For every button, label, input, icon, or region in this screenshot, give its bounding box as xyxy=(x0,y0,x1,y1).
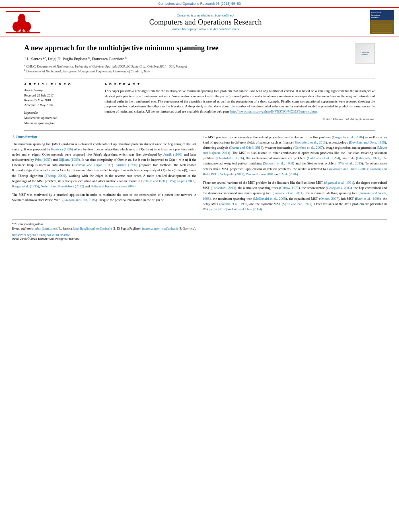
svg-text:Computers &: Computers & xyxy=(371,12,381,14)
right-paragraph-1: the MST problem, some interesting theore… xyxy=(203,135,387,177)
email-luigi[interactable]: luigi.dipugliapugliese@unical.it xyxy=(73,227,112,230)
introduction-heading: 1. Introduction xyxy=(12,135,196,139)
ref-wei[interactable]: Wei et al., 2015 xyxy=(339,161,362,165)
check-updates-badge: Check for updates xyxy=(351,43,375,64)
ref-wu-chao-2[interactable]: Wu and Chao (2004) xyxy=(233,207,262,211)
ref-salama[interactable]: Salama et al., 1997 xyxy=(220,202,247,206)
homepage-link[interactable]: www.elsevier.com/locate/cor xyxy=(199,27,239,31)
corresponding-author-note: * * Corresponding author xyxy=(12,222,387,226)
svg-text:Research: Research xyxy=(371,16,379,18)
keyword-1: Multicriteria optimization xyxy=(24,116,97,121)
svg-text:ELSEVIER: ELSEVIER xyxy=(16,30,30,33)
ref-dasgupta[interactable]: Dasgupta et al., 2006 xyxy=(333,135,363,139)
svg-point-7 xyxy=(18,14,25,23)
article-info: A R T I C L E I N F O Article history: R… xyxy=(24,82,97,126)
ref-graham-hell[interactable]: Graham and Hell (1985) xyxy=(141,179,175,183)
article-info-heading: A R T I C L E I N F O xyxy=(24,82,97,86)
abstract-text: This paper presents a new algorithm for … xyxy=(105,88,375,114)
main-content: 1. Introduction The minimum spanning tre… xyxy=(0,131,399,219)
ref-dijkstra[interactable]: Dijkstra (1959) xyxy=(59,158,80,162)
ref-karger[interactable]: Karger et al. (1995) xyxy=(12,184,39,188)
ref-supowit[interactable]: Supowit et al., 1980 xyxy=(264,161,293,165)
email-francesca[interactable]: francesca.guerriero@unical.it xyxy=(142,227,178,230)
ref-agarwal[interactable]: Agarwal et al., 1991 xyxy=(325,181,353,185)
elsevier-logo: ELSEVIER xyxy=(5,10,41,34)
ref-mcdonald[interactable]: McDonald et al., 2005 xyxy=(254,197,286,201)
ref-bazlamac[interactable]: Bazlamaçc and Hindi (2001) xyxy=(327,167,368,171)
keyword-2: Minimum spanning tree xyxy=(24,121,97,126)
doi-link[interactable]: https://doi.org/10.1016/j.cor.2018.05.00… xyxy=(12,233,70,237)
authors-line: J.L. Santos a,*, Luigi Di Puglia Puglies… xyxy=(24,57,375,61)
journal-cover: Computers & Operations Research xyxy=(370,10,394,34)
ref-edmonds[interactable]: Edmonds, 1971 xyxy=(357,156,379,160)
ref-thorup[interactable]: Thorup, 2000 xyxy=(46,174,65,178)
journal-title: Computers and Operations Research xyxy=(45,18,366,27)
ref-fredman[interactable]: Fredman and Tarjan, 1987 xyxy=(74,163,112,167)
keywords-label: Keywords: xyxy=(24,111,97,115)
journal-title-block: Contents lists available at ScienceDirec… xyxy=(45,14,366,31)
ref-gombos[interactable]: Gombos et al., 2007 xyxy=(294,146,323,150)
doi-section: https://doi.org/10.1016/j.cor.2018.05.00… xyxy=(0,231,399,242)
ref-jarnik[interactable]: Jarník (1930) xyxy=(163,152,182,156)
abstract-section: A B S T R A C T This paper presents a ne… xyxy=(105,82,375,126)
journal-citation: Computers and Operations Research 98 (20… xyxy=(158,2,241,6)
ref-torkestani[interactable]: Torkestani, 2013 xyxy=(212,186,235,190)
ref-gouveia[interactable]: Gouveia et al., 2011 xyxy=(274,191,302,195)
sciencedirect-link[interactable]: ScienceDirect xyxy=(214,14,234,17)
history-revised: Revised 5 May 2018 xyxy=(24,98,97,103)
affiliation-b: b Department of Mechanical, Energy and M… xyxy=(24,69,375,73)
intro-paragraph-1: The minimum spanning tree (MST) problem … xyxy=(12,142,196,189)
ref-georgiadis[interactable]: Georgiadis, 2003 xyxy=(327,186,351,190)
issn-text: 0305-0548/© 2018 Elsevier Ltd. All right… xyxy=(12,237,387,240)
ref-brookfield[interactable]: Brookfield et al., 2013 xyxy=(294,140,325,144)
history-accepted: Accepted 7 May 2018 xyxy=(24,103,97,108)
footnote-section: * * Corresponding author E-mail addresse… xyxy=(12,219,387,231)
ref-wikipedia[interactable]: Wikipedia (2017) xyxy=(220,172,245,176)
ref-zsak[interactable]: Zsak (2006) xyxy=(281,172,298,176)
right-column: the MST problem, some interesting theore… xyxy=(203,135,387,215)
ref-gupta[interactable]: Gupta (2015) xyxy=(177,179,195,183)
ref-duran[interactable]: Duran and Odell, 2013 xyxy=(230,146,262,150)
paper-title: A new approach for the multiobjective mi… xyxy=(24,43,375,53)
journal-header: ELSEVIER Contents lists available at Sci… xyxy=(0,7,399,37)
contents-line: Contents lists available at ScienceDirec… xyxy=(45,14,366,17)
email-santos[interactable]: zeluis@mat.uc.pt xyxy=(35,227,56,230)
ref-wu-chao[interactable]: Wu and Chao (2004) xyxy=(246,172,275,176)
journal-homepage: journal homepage: www.elsevier.com/locat… xyxy=(45,27,366,31)
copyright-notice: © 2018 Elsevier Ltd. All rights reserved… xyxy=(105,117,375,121)
affiliation-a: a CMUC, Department of Mathematics, Unive… xyxy=(24,64,375,68)
ref-oncan[interactable]: Öncan, 2007 xyxy=(320,197,338,201)
left-column: 1. Introduction The minimum spanning tre… xyxy=(12,135,196,215)
ref-wikipedia-2[interactable]: Wikipedia (2017) xyxy=(203,207,227,211)
ref-devillers[interactable]: Devillers and Dore, 1989 xyxy=(350,140,385,144)
history-label: Article history: xyxy=(24,88,97,92)
abstract-heading: A B S T R A C T xyxy=(105,82,375,86)
article-info-abstract: A R T I C L E I N F O Article history: R… xyxy=(24,78,375,131)
abstract-url-link[interactable]: http://www.mat.uc.pt/~zeluis/INVESTIG/MO… xyxy=(230,109,317,113)
svg-rect-1 xyxy=(6,11,40,12)
ref-pettie[interactable]: Pettie and Ramachandran (2002) xyxy=(90,184,136,188)
ref-prim[interactable]: Prim (1957) xyxy=(35,158,52,162)
history-received: Received 28 July 2017 xyxy=(24,93,97,98)
ref-gabow[interactable]: Gabow, 1977 xyxy=(280,186,299,190)
ref-christofides[interactable]: Christofides, 1976 xyxy=(217,156,243,160)
ref-ravi[interactable]: Ravi et al., 1996 xyxy=(356,197,379,201)
ref-graham-hell-2[interactable]: Graham and Hell, 1985 xyxy=(64,198,96,202)
svg-text:Operations: Operations xyxy=(371,14,380,16)
ref-boruvka[interactable]: Borůvka (1926) xyxy=(51,147,73,151)
ref-nesetril[interactable]: Nešetřil and Nešetřilová (2012) xyxy=(41,184,84,188)
email-footnote: E-mail addresses: zeluis@mat.uc.pt (J.L.… xyxy=(12,226,387,231)
paper-section: Check for updates A new approach for the… xyxy=(0,37,399,78)
intro-paragraph-2: The MST was motivated by a practical app… xyxy=(12,192,196,203)
ref-spira[interactable]: Spira and Pan, 1975 xyxy=(283,202,311,206)
top-bar: Computers and Operations Research 98 (20… xyxy=(0,0,399,7)
ref-kruskal[interactable]: Kruskal (1956) xyxy=(115,163,137,167)
right-paragraph-2: There are several variants of the MST pr… xyxy=(203,180,387,212)
ref-dahlhaus[interactable]: Dahlhaus et al., 1994 xyxy=(308,156,339,160)
